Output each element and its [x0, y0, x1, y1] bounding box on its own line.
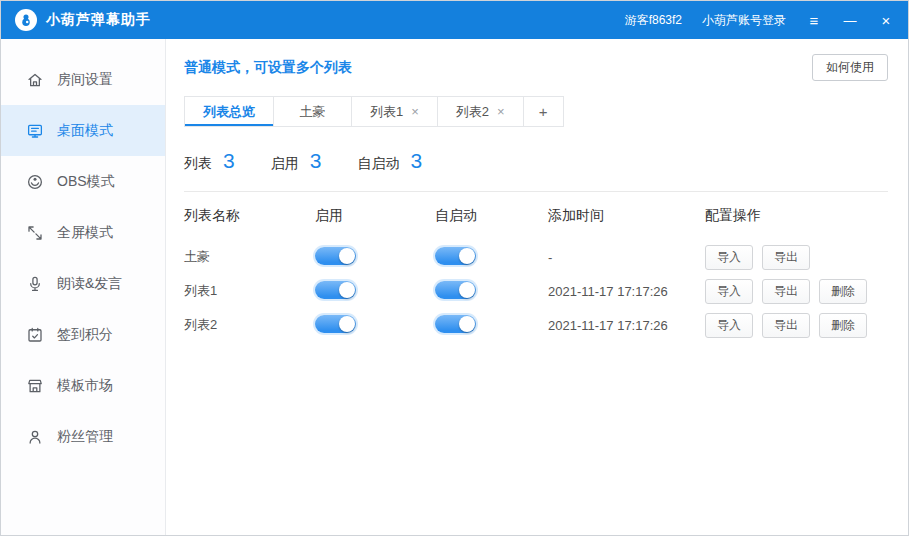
import-button[interactable]: 导入 — [705, 279, 753, 304]
table-header-cell: 列表名称 — [184, 207, 315, 225]
fullscreen-icon — [26, 224, 44, 242]
tab-label: 列表1 — [370, 103, 403, 121]
sidebar-item-label: OBS模式 — [57, 173, 115, 191]
stat-value: 3 — [223, 149, 235, 173]
sidebar-item-speech[interactable]: 朗读&发言 — [1, 258, 165, 309]
autostart-toggle[interactable] — [435, 247, 476, 265]
row-actions: 导入导出 — [705, 245, 888, 270]
account-login-link[interactable]: 小葫芦账号登录 — [702, 12, 786, 29]
delete-button[interactable]: 删除 — [819, 279, 867, 304]
fans-icon — [26, 428, 44, 446]
desktop-icon — [26, 122, 44, 140]
enabled-cell — [315, 281, 435, 302]
guest-id-label[interactable]: 游客f863f2 — [625, 12, 682, 29]
stat-value: 3 — [310, 149, 322, 173]
list-name: 列表2 — [184, 316, 315, 334]
autostart-toggle[interactable] — [435, 315, 476, 333]
mode-title: 普通模式，可设置多个列表 — [184, 59, 352, 77]
autostart-cell — [435, 247, 548, 268]
added-time: 2021-11-17 17:17:26 — [548, 318, 705, 333]
tab-label: 列表2 — [456, 103, 489, 121]
sidebar-item-label: 模板市场 — [57, 377, 113, 395]
help-button[interactable]: 如何使用 — [812, 54, 888, 81]
titlebar: 小葫芦弹幕助手 游客f863f2 小葫芦账号登录 ≡ — × — [1, 1, 908, 39]
import-button[interactable]: 导入 — [705, 245, 753, 270]
home-icon — [26, 71, 44, 89]
app-logo-icon — [15, 9, 37, 31]
delete-button[interactable]: 删除 — [819, 313, 867, 338]
checkin-icon — [26, 326, 44, 344]
enabled-cell — [315, 315, 435, 336]
sidebar-item-label: 签到积分 — [57, 326, 113, 344]
sidebar-item-fans-management[interactable]: 粉丝管理 — [1, 411, 165, 462]
enable-toggle[interactable] — [315, 315, 356, 333]
autostart-toggle[interactable] — [435, 281, 476, 299]
export-button[interactable]: 导出 — [762, 313, 810, 338]
enabled-cell — [315, 247, 435, 268]
minimize-icon[interactable]: — — [842, 14, 858, 27]
table-header-cell: 配置操作 — [705, 207, 888, 225]
main-panel: 普通模式，可设置多个列表 如何使用 列表总览土豪列表1×列表2×+ 列表3启用3… — [166, 39, 908, 535]
enable-toggle[interactable] — [315, 247, 356, 265]
import-button[interactable]: 导入 — [705, 313, 753, 338]
toggle-knob — [459, 282, 475, 298]
sidebar-item-label: 桌面模式 — [57, 122, 113, 140]
toggle-knob — [459, 316, 475, 332]
table-row: 土豪-导入导出 — [184, 240, 888, 274]
list-name: 土豪 — [184, 248, 315, 266]
stat-enabled: 启用3 — [271, 149, 322, 173]
tab-label: 列表总览 — [203, 103, 255, 121]
stat-label: 启用 — [271, 155, 299, 173]
export-button[interactable]: 导出 — [762, 245, 810, 270]
main-header: 普通模式，可设置多个列表 如何使用 — [184, 54, 888, 81]
sidebar-item-fullscreen-mode[interactable]: 全屏模式 — [1, 207, 165, 258]
table-row: 列表22021-11-17 17:17:26导入导出删除 — [184, 308, 888, 342]
autostart-cell — [435, 281, 548, 302]
stat-value: 3 — [410, 149, 422, 173]
toggle-knob — [459, 248, 475, 264]
added-time: 2021-11-17 17:17:26 — [548, 284, 705, 299]
tab-close-icon[interactable]: × — [497, 104, 505, 119]
autostart-cell — [435, 315, 548, 336]
tab-tuhao[interactable]: 土豪 — [274, 96, 352, 127]
sidebar-item-desktop-mode[interactable]: 桌面模式 — [1, 105, 165, 156]
tab-overview[interactable]: 列表总览 — [184, 96, 274, 127]
tab-list2[interactable]: 列表2× — [438, 96, 524, 127]
table-row: 列表12021-11-17 17:17:26导入导出删除 — [184, 274, 888, 308]
table-header-cell: 自启动 — [435, 207, 548, 225]
sidebar-item-template-market[interactable]: 模板市场 — [1, 360, 165, 411]
stat-lists: 列表3 — [184, 149, 235, 173]
enable-toggle[interactable] — [315, 281, 356, 299]
added-time: - — [548, 250, 705, 265]
titlebar-actions: 游客f863f2 小葫芦账号登录 ≡ — × — [625, 12, 894, 29]
table-header-cell: 启用 — [315, 207, 435, 225]
close-icon[interactable]: × — [878, 13, 894, 28]
sidebar-item-checkin-points[interactable]: 签到积分 — [1, 309, 165, 360]
tab-close-icon[interactable]: × — [411, 104, 419, 119]
tab-list1[interactable]: 列表1× — [352, 96, 438, 127]
add-tab-button[interactable]: + — [524, 96, 564, 127]
sidebar-item-label: 房间设置 — [57, 71, 113, 89]
sidebar-item-label: 全屏模式 — [57, 224, 113, 242]
row-actions: 导入导出删除 — [705, 313, 888, 338]
stat-label: 列表 — [184, 155, 212, 173]
toggle-knob — [339, 282, 355, 298]
obs-icon — [26, 173, 44, 191]
list-table: 列表名称启用自启动添加时间配置操作土豪-导入导出列表12021-11-17 17… — [184, 192, 888, 342]
stats-row: 列表3启用3自启动3 — [184, 142, 888, 180]
menu-icon[interactable]: ≡ — [806, 13, 822, 28]
sidebar-item-label: 朗读&发言 — [57, 275, 122, 293]
stat-label: 自启动 — [357, 155, 399, 173]
tab-bar: 列表总览土豪列表1×列表2×+ — [184, 96, 888, 127]
list-name: 列表1 — [184, 282, 315, 300]
market-icon — [26, 377, 44, 395]
sidebar-item-obs-mode[interactable]: OBS模式 — [1, 156, 165, 207]
toggle-knob — [339, 248, 355, 264]
sidebar-item-room-settings[interactable]: 房间设置 — [1, 54, 165, 105]
row-actions: 导入导出删除 — [705, 279, 888, 304]
table-header-row: 列表名称启用自启动添加时间配置操作 — [184, 192, 888, 240]
app-body: 房间设置桌面模式OBS模式全屏模式朗读&发言签到积分模板市场粉丝管理 普通模式，… — [1, 39, 908, 535]
export-button[interactable]: 导出 — [762, 279, 810, 304]
sidebar-item-label: 粉丝管理 — [57, 428, 113, 446]
tab-label: 土豪 — [300, 103, 326, 121]
